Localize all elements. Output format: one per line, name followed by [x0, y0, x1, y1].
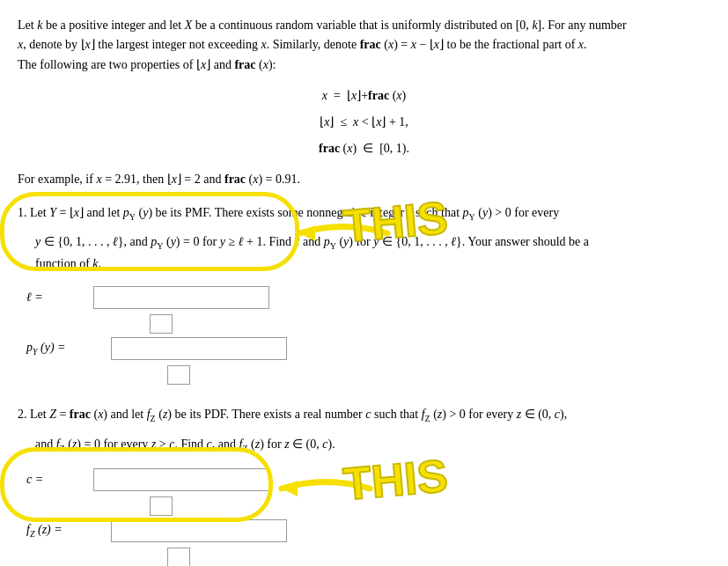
- q1-text: 1. Let Y = ⌊x⌋ and let pY (y) be its PMF…: [18, 202, 710, 224]
- intro-line3: The following are two properties of ⌊x⌋ …: [18, 58, 276, 71]
- py-label: pY (y) =: [26, 341, 106, 357]
- example-text: For example, if x = 2.91, then ⌊x⌋ = 2 a…: [18, 170, 710, 189]
- question-2: 2. Let Z = frac (x) and let fZ (z) be it…: [18, 404, 710, 566]
- fz-input-row: fZ (z) =: [26, 519, 710, 542]
- py-sub-box-container: [106, 364, 710, 385]
- ell-input-row: ℓ =: [26, 286, 710, 309]
- c-sub-input[interactable]: [150, 496, 173, 516]
- intro-line1: Let k be a positive integer and let X be…: [18, 18, 627, 32]
- ell-label: ℓ =: [26, 290, 88, 305]
- q2-text: 2. Let Z = frac (x) and let fZ (z) be it…: [18, 404, 710, 426]
- c-label: c =: [26, 473, 88, 487]
- py-input[interactable]: [111, 337, 287, 360]
- fz-sub-input[interactable]: [167, 548, 190, 566]
- q1-text3: function of k.: [35, 254, 710, 274]
- py-sub-input[interactable]: [167, 365, 190, 385]
- q1-text2: y ∈ {0, 1, . . . , ℓ}, and pY (y) = 0 fo…: [35, 232, 710, 254]
- ell-input[interactable]: [93, 286, 269, 309]
- py-input-row: pY (y) =: [26, 337, 710, 360]
- fz-sub-box-container: [106, 546, 710, 566]
- c-input-row: c =: [26, 468, 710, 491]
- intro-paragraph: Let k be a positive integer and let X be…: [18, 16, 710, 75]
- q2-text2: and fZ (z) = 0 for every z > c. Find c, …: [35, 434, 710, 456]
- ell-sub-input[interactable]: [150, 314, 173, 334]
- c-sub-box-container: [88, 495, 710, 516]
- math-properties: x = ⌊x⌋+frac (x) ⌊x⌋ ≤ x < ⌊x⌋ + 1, frac…: [18, 84, 710, 161]
- q2-number: 2.: [18, 408, 27, 421]
- c-input[interactable]: [93, 468, 269, 491]
- intro-line2: x, denote by ⌊x⌋ the largest integer not…: [18, 38, 587, 51]
- fz-input[interactable]: [111, 519, 287, 542]
- math-line-3: frac (x) ∈ [0, 1).: [18, 136, 710, 161]
- fz-label: fZ (z) =: [26, 523, 106, 539]
- q1-number: 1.: [18, 206, 27, 219]
- ell-sub-box-container: [88, 312, 710, 334]
- question-1: 1. Let Y = ⌊x⌋ and let pY (y) be its PMF…: [18, 202, 710, 386]
- math-line-1: x = ⌊x⌋+frac (x): [18, 84, 710, 108]
- math-line-2: ⌊x⌋ ≤ x < ⌊x⌋ + 1,: [18, 110, 710, 135]
